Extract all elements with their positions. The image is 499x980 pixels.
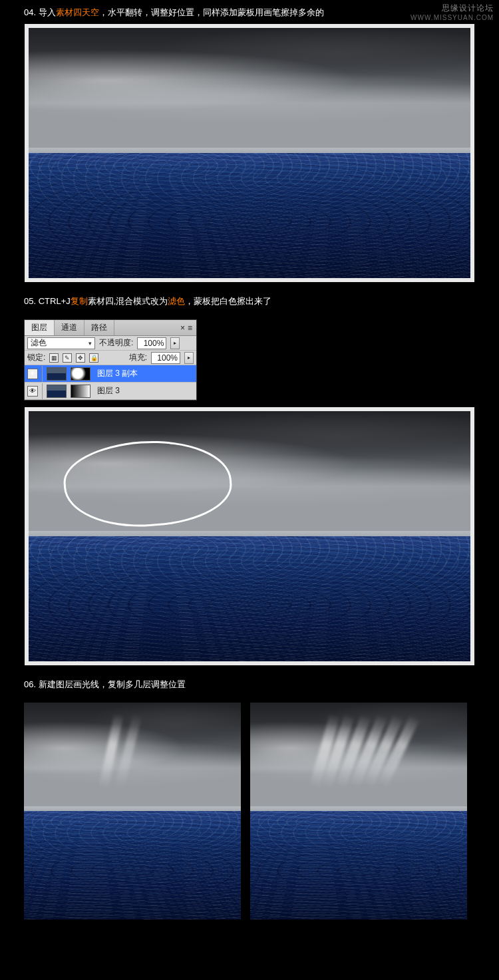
step-06: 06. 新建图层画光线，复制多几层调整位置 <box>0 677 499 692</box>
step-04-rest: ，水平翻转，调整好位置，同样添加蒙板用画笔擦掉多余的 <box>99 7 324 17</box>
blend-mode-value: 滤色 <box>31 337 47 349</box>
layer-mask-thumbnail <box>71 385 90 398</box>
step-06-text: 新建图层画光线，复制多几层调整位置 <box>39 679 186 689</box>
layer-mask-thumbnail <box>71 367 90 381</box>
layer-thumbnail <box>47 367 67 381</box>
layer-item[interactable]: 👁 图层 3 <box>25 383 196 400</box>
opacity-label: 不透明度: <box>99 337 133 349</box>
step-04: 04. 导入素材四天空，水平翻转，调整好位置，同样添加蒙板用画笔擦掉多余的 <box>0 5 499 282</box>
step-05-figure <box>25 407 474 665</box>
divider <box>42 383 43 399</box>
ocean-scene <box>29 411 470 661</box>
opacity-flyout[interactable]: ▸ <box>170 337 180 349</box>
fill-flyout[interactable]: ▸ <box>184 352 194 364</box>
lock-icons: ▦ ✎ ✥ 🔒 <box>49 353 98 363</box>
ocean-water <box>24 811 241 919</box>
step-04-highlight: 素材四天空 <box>56 7 99 17</box>
step-05-highlight-1: 复制 <box>71 296 88 306</box>
step-05-mid: 素材四,混合模式改为 <box>88 296 168 306</box>
opacity-input[interactable]: 100% <box>137 337 166 349</box>
step-05: 05. CTRL+J复制素材四,混合模式改为滤色，蒙板把白色擦出来了 <box>0 294 499 309</box>
ocean-scene <box>29 28 470 278</box>
step-05-highlight-2: 滤色 <box>168 296 185 306</box>
layer-name: 图层 3 <box>94 385 194 397</box>
fill-value: 100% <box>157 353 178 363</box>
ocean-scene <box>24 703 241 919</box>
horizontal-scrollbar[interactable] <box>170 279 329 282</box>
visibility-eye-icon[interactable]: 👁 <box>27 369 38 379</box>
panel-controls: × ≡ <box>176 320 196 335</box>
lock-brush-icon[interactable]: ✎ <box>63 353 72 363</box>
ocean-water <box>250 811 467 919</box>
panel-tabs: 图层 通道 路径 × ≡ <box>25 320 196 336</box>
lock-transparency-icon[interactable]: ▦ <box>49 353 59 363</box>
divider <box>42 366 43 382</box>
lock-row: 锁定: ▦ ✎ ✥ 🔒 填充: 100% ▸ <box>25 351 196 365</box>
lock-move-icon[interactable]: ✥ <box>76 353 85 363</box>
tab-channels[interactable]: 通道 <box>55 320 84 335</box>
storm-clouds <box>24 703 241 811</box>
layer-name: 图层 3 副本 <box>94 368 194 379</box>
layers-panel: 图层 通道 路径 × ≡ 滤色 ▾ 不透明度: 100% ▸ 锁定: ▦ ✎ ✥… <box>24 319 197 401</box>
lock-label: 锁定: <box>27 352 45 363</box>
watermark: 思缘设计论坛 WWW.MISSYUAN.COM <box>411 3 494 21</box>
layer-item[interactable]: 👁 图层 3 副本 <box>25 365 196 383</box>
panel-collapse-icon[interactable]: × <box>180 323 185 333</box>
ocean-water <box>29 153 470 278</box>
ocean-scene <box>250 703 467 919</box>
layer-thumbnail <box>47 385 67 398</box>
tab-paths[interactable]: 路径 <box>84 320 114 335</box>
watermark-title: 思缘设计论坛 <box>411 3 494 14</box>
step-05-caption: 05. CTRL+J复制素材四,混合模式改为滤色，蒙板把白色擦出来了 <box>24 294 475 309</box>
lock-all-icon[interactable]: 🔒 <box>89 353 98 363</box>
step-05-prefix: CTRL+J <box>39 296 71 306</box>
blend-mode-dropdown[interactable]: 滤色 ▾ <box>27 337 95 349</box>
watermark-url: WWW.MISSYUAN.COM <box>411 14 494 21</box>
fill-label: 填充: <box>129 352 147 363</box>
step-06-figures <box>0 703 499 919</box>
storm-clouds <box>250 703 467 811</box>
blend-row: 滤色 ▾ 不透明度: 100% ▸ <box>25 336 196 351</box>
storm-clouds <box>29 28 470 153</box>
visibility-eye-icon[interactable]: 👁 <box>27 386 38 397</box>
step-04-prefix: 导入 <box>39 7 56 17</box>
step-05-figure-wrap <box>0 407 499 665</box>
chevron-down-icon: ▾ <box>88 340 92 347</box>
layer-list: 👁 图层 3 副本 👁 图层 3 <box>25 365 196 400</box>
step-04-number: 04. <box>24 7 36 17</box>
step-05-number: 05. <box>24 296 36 306</box>
storm-clouds <box>29 411 470 536</box>
step-06-number: 06. <box>24 679 36 689</box>
tab-layers[interactable]: 图层 <box>25 320 55 335</box>
step-06-caption: 06. 新建图层画光线，复制多几层调整位置 <box>24 677 475 692</box>
opacity-value: 100% <box>144 339 164 348</box>
step-05-rest: ，蒙板把白色擦出来了 <box>185 296 271 306</box>
fill-input[interactable]: 100% <box>151 352 180 364</box>
panel-menu-icon[interactable]: ≡ <box>188 323 192 333</box>
step-06-figure-right <box>250 703 467 919</box>
step-04-figure <box>25 24 474 282</box>
step-04-caption: 04. 导入素材四天空，水平翻转，调整好位置，同样添加蒙板用画笔擦掉多余的 <box>24 5 475 20</box>
step-06-figure-left <box>24 703 241 919</box>
ocean-water <box>29 536 470 661</box>
